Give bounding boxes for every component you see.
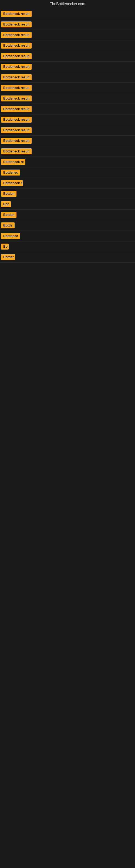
bottleneck-badge[interactable]: Bot — [1, 201, 11, 207]
bottleneck-badge[interactable]: Bo — [1, 244, 9, 250]
bottleneck-badge[interactable]: Bottlen — [1, 212, 16, 218]
bottleneck-badge[interactable]: Bottle — [1, 222, 14, 228]
list-item[interactable]: Bottleneck result — [0, 72, 135, 83]
bottleneck-badge[interactable]: Bottlenec — [1, 233, 20, 239]
bottleneck-badge[interactable]: Bottleneck result — [1, 64, 32, 70]
list-item[interactable]: Bottleneck result — [0, 115, 135, 125]
bottleneck-list: Bottleneck resultBottleneck resultBottle… — [0, 8, 135, 262]
bottleneck-badge[interactable]: Bottleneck result — [1, 95, 32, 101]
list-item[interactable]: Bottleneck result — [0, 135, 135, 146]
list-item[interactable]: Bottleneck result — [0, 9, 135, 19]
bottleneck-badge[interactable]: Bottleneck result — [1, 53, 32, 59]
list-item[interactable]: Bo — [0, 241, 135, 252]
list-item[interactable]: Bottleneck result — [0, 125, 135, 135]
site-title-text: TheBottlenecker.com — [50, 2, 85, 6]
list-item[interactable]: Bottlen — [0, 210, 135, 220]
site-title: TheBottlenecker.com — [0, 0, 135, 8]
bottleneck-badge[interactable]: Bottleneck result — [1, 85, 32, 91]
list-item[interactable]: Bottleneck result — [0, 19, 135, 30]
list-item[interactable]: Bottlenec — [0, 231, 135, 241]
list-item[interactable]: Bottle — [0, 220, 135, 231]
list-item[interactable]: Bottler — [0, 252, 135, 262]
list-item[interactable]: Bottleneck result — [0, 93, 135, 104]
bottleneck-badge[interactable]: Bottleneck re — [1, 159, 26, 165]
bottleneck-badge[interactable]: Bottleneck result — [1, 42, 32, 49]
bottleneck-badge[interactable]: Bottleneck result — [1, 22, 32, 27]
list-item[interactable]: Bottlen — [0, 188, 135, 199]
list-item[interactable]: Bottleneck result — [0, 83, 135, 93]
bottleneck-badge[interactable]: Bottleneck r — [1, 180, 23, 186]
list-item[interactable]: Bot — [0, 199, 135, 210]
bottleneck-badge[interactable]: Bottleneck result — [1, 138, 32, 144]
bottleneck-badge[interactable]: Bottleneck result — [1, 32, 32, 38]
bottleneck-badge[interactable]: Bottlenec — [1, 169, 20, 176]
bottleneck-badge[interactable]: Bottler — [1, 254, 15, 260]
bottleneck-badge[interactable]: Bottleneck result — [1, 117, 32, 123]
bottleneck-badge[interactable]: Bottleneck result — [1, 106, 32, 112]
bottleneck-badge[interactable]: Bottleneck result — [1, 11, 32, 17]
list-item[interactable]: Bottleneck result — [0, 146, 135, 157]
list-item[interactable]: Bottleneck result — [0, 40, 135, 51]
list-item[interactable]: Bottleneck result — [0, 104, 135, 115]
bottleneck-badge[interactable]: Bottleneck result — [1, 74, 32, 80]
list-item[interactable]: Bottleneck re — [0, 157, 135, 167]
list-item[interactable]: Bottlenec — [0, 167, 135, 178]
bottleneck-badge[interactable]: Bottleneck result — [1, 127, 32, 133]
list-item[interactable]: Bottleneck r — [0, 178, 135, 188]
bottleneck-badge[interactable]: Bottleneck result — [1, 148, 32, 154]
list-item[interactable]: Bottleneck result — [0, 30, 135, 40]
bottleneck-badge[interactable]: Bottlen — [1, 191, 16, 197]
list-item[interactable]: Bottleneck result — [0, 51, 135, 62]
list-item[interactable]: Bottleneck result — [0, 62, 135, 72]
